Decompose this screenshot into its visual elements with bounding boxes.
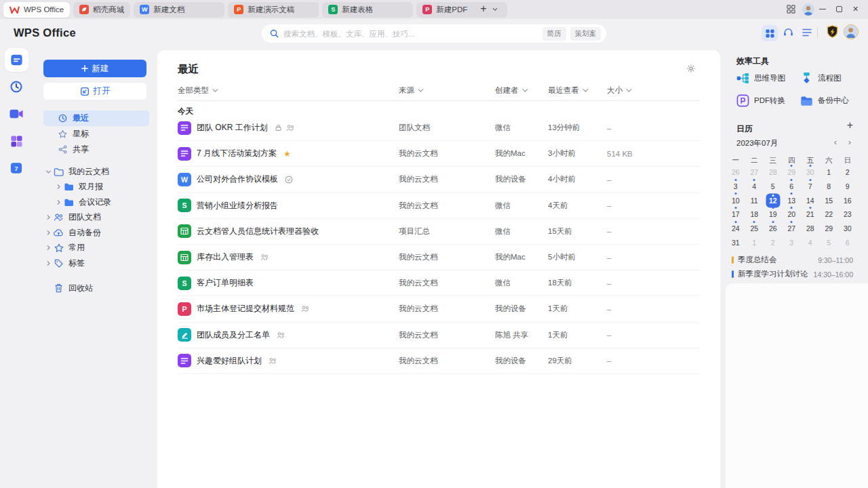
calendar-day[interactable]: 14 bbox=[801, 193, 820, 207]
filter-dropdown[interactable]: 全部类型 bbox=[178, 84, 216, 96]
calendar-day[interactable]: 3 bbox=[726, 180, 745, 194]
rail-item-apps[interactable] bbox=[0, 129, 33, 153]
tab-spreadsheet[interactable]: S新建表格 bbox=[322, 2, 413, 18]
sidebar-item-clock[interactable]: 最近 bbox=[43, 110, 149, 126]
calendar-day[interactable]: 5 bbox=[820, 235, 839, 249]
calendar-day[interactable]: 19 bbox=[764, 207, 783, 222]
settings-gear-icon[interactable] bbox=[686, 64, 696, 73]
calendar-day[interactable]: 29 bbox=[783, 165, 802, 180]
calendar-day[interactable]: 28 bbox=[801, 222, 820, 236]
chevron-right-icon[interactable] bbox=[43, 260, 53, 266]
tree-item[interactable]: 自动备份 bbox=[43, 225, 149, 241]
calendar-day[interactable]: 9 bbox=[838, 180, 857, 194]
chevron-right-icon[interactable] bbox=[43, 245, 53, 251]
sidebar-item-trash[interactable]: 回收站 bbox=[43, 281, 149, 296]
calendar-day[interactable]: 1 bbox=[745, 235, 764, 249]
rail-item-recent[interactable] bbox=[0, 75, 33, 99]
titlebar-avatar[interactable] bbox=[802, 3, 814, 16]
file-row[interactable]: S客户订单明细表我的云文档微信18天前– bbox=[178, 270, 700, 296]
search-bar[interactable]: 简历策划案 bbox=[262, 24, 606, 43]
filter-dropdown[interactable]: 创建者 bbox=[495, 84, 526, 96]
calendar-day[interactable]: 26 bbox=[726, 165, 745, 180]
file-row[interactable]: 云文档管人员信息统计表理器验收项目汇总微信15天前– bbox=[178, 219, 700, 245]
calendar-day[interactable]: 27 bbox=[745, 165, 764, 180]
calendar-day[interactable]: 16 bbox=[838, 193, 857, 207]
calendar-day[interactable]: 7 bbox=[801, 180, 820, 194]
calendar-day[interactable]: 31 bbox=[726, 235, 745, 249]
support-headset-icon[interactable] bbox=[783, 26, 794, 38]
calendar-day[interactable]: 10 bbox=[726, 193, 745, 207]
calendar-day[interactable]: 17 bbox=[726, 207, 745, 222]
chevron-right-icon[interactable] bbox=[54, 184, 63, 190]
tool-backup[interactable]: 备份中心 bbox=[800, 94, 859, 107]
tree-item[interactable]: 双月报 bbox=[43, 180, 149, 195]
filter-dropdown[interactable]: 最近查看 bbox=[548, 84, 587, 96]
calendar-day[interactable]: 25 bbox=[745, 222, 764, 236]
tree-item[interactable]: 我的云文档 bbox=[43, 164, 149, 180]
calendar-day[interactable]: 4 bbox=[801, 235, 820, 249]
search-hot-tag[interactable]: 简历 bbox=[542, 27, 566, 41]
filter-dropdown[interactable]: 来源 bbox=[399, 84, 422, 96]
calendar-day[interactable]: 2 bbox=[838, 165, 857, 180]
file-row[interactable]: P市场主体登记提交材料规范我的云文档我的设备1天前– bbox=[178, 296, 700, 322]
file-row[interactable]: W公司对外合作协议模板我的云文档我的设备4小时前– bbox=[178, 167, 700, 192]
close-button[interactable]: ✕ bbox=[852, 5, 859, 14]
calendar-day[interactable]: 23 bbox=[838, 207, 857, 222]
calendar-day[interactable]: 21 bbox=[801, 207, 820, 222]
calendar-day[interactable]: 11 bbox=[745, 193, 764, 207]
calendar-day[interactable]: 27 bbox=[783, 222, 802, 236]
rail-item-meeting[interactable] bbox=[0, 102, 33, 126]
calendar-next-icon[interactable]: › bbox=[848, 137, 851, 147]
calendar-day[interactable]: 22 bbox=[820, 207, 839, 222]
tree-item[interactable]: 常用 bbox=[43, 241, 149, 256]
calendar-day[interactable]: 13 bbox=[783, 193, 802, 207]
calendar-day[interactable]: 30 bbox=[838, 222, 857, 236]
filter-dropdown[interactable]: 大小 bbox=[607, 84, 630, 96]
calendar-day[interactable]: 30 bbox=[801, 165, 820, 180]
chevron-right-icon[interactable] bbox=[54, 199, 63, 205]
minimize-button[interactable] bbox=[819, 9, 826, 9]
tree-item[interactable]: 团队文档 bbox=[43, 210, 149, 226]
tool-flowchart[interactable]: 流程图 bbox=[800, 72, 859, 85]
calendar-day[interactable]: 29 bbox=[820, 222, 839, 236]
new-document-button[interactable]: 新建 bbox=[43, 60, 146, 77]
rail-item-documents[interactable] bbox=[0, 47, 33, 72]
search-hot-tag[interactable]: 策划案 bbox=[570, 27, 601, 41]
maximize-button[interactable] bbox=[836, 6, 842, 12]
file-row[interactable]: 团队成员及分工名单我的云文档陈旭 共享1天前– bbox=[178, 323, 700, 348]
calendar-day[interactable]: 28 bbox=[764, 165, 783, 180]
file-row[interactable]: S营销小组业绩分析报告我的云文档微信4天前– bbox=[178, 193, 700, 219]
chevron-down-icon[interactable] bbox=[43, 169, 53, 175]
calendar-prev-icon[interactable]: ‹ bbox=[834, 137, 837, 147]
calendar-day[interactable]: 5 bbox=[764, 180, 783, 194]
calendar-day[interactable]: 20 bbox=[783, 207, 802, 222]
calendar-day[interactable]: 26 bbox=[764, 222, 783, 236]
file-row[interactable]: 7 月线下活动策划方案★我的云文档我的Mac3小时前514 KB bbox=[178, 141, 700, 167]
tab-writer[interactable]: W新建文档 bbox=[134, 2, 224, 18]
calendar-event[interactable]: 季度总结会9:30–11:00 bbox=[732, 253, 853, 267]
calendar-day[interactable]: 8 bbox=[820, 180, 839, 194]
tool-mindmap[interactable]: 思维导图 bbox=[736, 72, 800, 85]
user-avatar[interactable] bbox=[844, 24, 859, 39]
calendar-day[interactable]: 2 bbox=[764, 235, 783, 249]
open-document-button[interactable]: 打开 bbox=[43, 83, 146, 100]
search-input[interactable] bbox=[283, 30, 538, 38]
calendar-day[interactable]: 3 bbox=[783, 235, 802, 249]
calendar-add-button[interactable]: + bbox=[847, 119, 853, 131]
file-row[interactable]: 兴趣爱好组队计划我的云文档我的设备29天前– bbox=[178, 348, 700, 374]
tool-pdf-convert[interactable]: PDF转换 bbox=[736, 94, 800, 107]
file-row[interactable]: 库存出入管理表我的云文档我的Mac5小时前– bbox=[178, 245, 700, 270]
calendar-day[interactable]: 15 bbox=[820, 193, 839, 207]
calendar-day[interactable]: 6 bbox=[783, 180, 802, 194]
apps-grid-button[interactable] bbox=[762, 25, 778, 41]
tab-wps-office[interactable]: WPS Office bbox=[3, 2, 70, 18]
sidebar-item-star[interactable]: 星标 bbox=[43, 126, 149, 142]
calendar-day[interactable]: 4 bbox=[745, 180, 764, 194]
tab-presentation[interactable]: P新建演示文稿 bbox=[228, 2, 319, 18]
calendar-day[interactable]: 18 bbox=[745, 207, 764, 222]
global-menu-icon[interactable] bbox=[802, 28, 812, 37]
file-row[interactable]: 团队 OKR 工作计划团队文档微信13分钟前– bbox=[178, 115, 700, 141]
sidebar-item-share[interactable]: 共享 bbox=[43, 142, 149, 157]
tab-overview-icon[interactable] bbox=[787, 5, 795, 14]
calendar-event[interactable]: 新季度学习计划讨论14:30–16:00 bbox=[732, 267, 853, 281]
